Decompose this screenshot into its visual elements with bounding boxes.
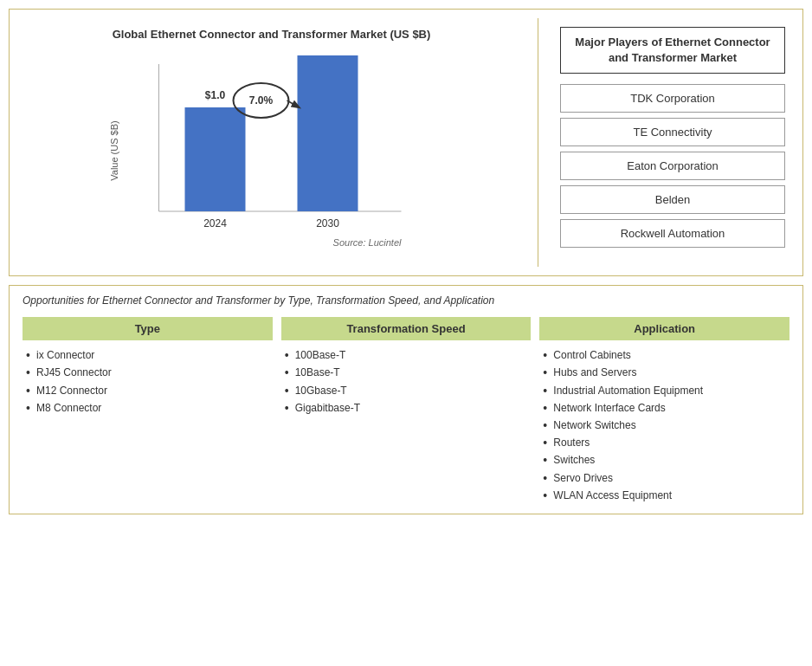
bar-2024 bbox=[185, 107, 246, 211]
list-item-text: WLAN Access Equipment bbox=[553, 488, 672, 503]
opportunities-title: Opportunities for Ethernet Connector and… bbox=[23, 294, 789, 307]
list-item: •WLAN Access Equipment bbox=[543, 488, 789, 503]
list-item-text: M12 Connector bbox=[36, 383, 107, 398]
list-item: •100Base-T bbox=[285, 347, 532, 363]
bullet-icon: • bbox=[543, 383, 550, 398]
list-item-text: Industrial Automation Equipment bbox=[553, 383, 703, 398]
bullet-icon: • bbox=[543, 400, 550, 416]
bar-2024-label: $1.0 bbox=[205, 89, 226, 101]
main-container: Global Ethernet Connector and Transforme… bbox=[9, 9, 803, 514]
bar-2030-year: 2030 bbox=[316, 217, 339, 230]
bar-2030 bbox=[298, 55, 358, 211]
column-header-0: Type bbox=[23, 317, 273, 340]
list-item: •Switches bbox=[543, 452, 789, 468]
bar-2024-year: 2024 bbox=[203, 217, 227, 230]
chart-title: Global Ethernet Connector and Transforme… bbox=[35, 27, 507, 42]
list-item: •M12 Connector bbox=[26, 383, 273, 398]
list-item: •M8 Connector bbox=[26, 400, 273, 416]
bullet-icon: • bbox=[543, 488, 550, 503]
list-item: •10Gbase-T bbox=[285, 383, 532, 398]
y-axis-label: Value (US $B) bbox=[109, 120, 119, 181]
list-item-text: Hubs and Servers bbox=[553, 365, 636, 380]
bullet-icon: • bbox=[543, 435, 550, 450]
bullet-icon: • bbox=[285, 383, 292, 398]
list-item-text: ix Connector bbox=[36, 347, 94, 363]
list-item: •Gigabitbase-T bbox=[285, 400, 532, 416]
opportunity-column-2: Application•Control Cabinets•Hubs and Se… bbox=[539, 317, 789, 505]
chart-source: Source: Lucintel bbox=[333, 237, 402, 248]
list-item-text: 10Gbase-T bbox=[295, 383, 347, 398]
list-item: •Servo Drives bbox=[543, 470, 789, 486]
list-item: •RJ45 Connector bbox=[26, 365, 273, 380]
vertical-divider bbox=[538, 18, 538, 267]
bar-chart: Value (US $B) $1.0 2024 $1.5 2030 7.0% bbox=[35, 55, 507, 255]
bullet-icon: • bbox=[285, 347, 292, 363]
list-item-text: Switches bbox=[553, 452, 595, 468]
columns-container: Type•ix Connector•RJ45 Connector•M12 Con… bbox=[23, 317, 789, 505]
list-item: •Routers bbox=[543, 435, 789, 450]
list-item: •Network Switches bbox=[543, 417, 789, 433]
column-items-0: •ix Connector•RJ45 Connector•M12 Connect… bbox=[23, 347, 273, 416]
list-item: •Control Cabinets bbox=[543, 347, 789, 363]
annotation-text: 7.0% bbox=[249, 94, 274, 107]
bullet-icon: • bbox=[26, 383, 33, 398]
player-item-4: Rockwell Automation bbox=[560, 219, 785, 248]
bullet-icon: • bbox=[285, 400, 292, 416]
players-area: Major Players of Ethernet Connector and … bbox=[551, 18, 794, 267]
bullet-icon: • bbox=[543, 452, 550, 468]
list-item: •ix Connector bbox=[26, 347, 273, 363]
bullet-icon: • bbox=[285, 365, 292, 380]
list-item-text: Servo Drives bbox=[553, 470, 613, 486]
column-items-2: •Control Cabinets•Hubs and Servers•Indus… bbox=[539, 347, 789, 503]
list-item: •Hubs and Servers bbox=[543, 365, 789, 380]
list-item: •Industrial Automation Equipment bbox=[543, 383, 789, 398]
player-item-2: Eaton Corporation bbox=[560, 152, 785, 180]
list-item-text: M8 Connector bbox=[36, 400, 101, 416]
bullet-icon: • bbox=[26, 400, 33, 416]
top-section: Global Ethernet Connector and Transforme… bbox=[9, 9, 803, 276]
chart-area: Global Ethernet Connector and Transforme… bbox=[18, 18, 525, 267]
bullet-icon: • bbox=[543, 347, 550, 363]
list-item-text: RJ45 Connector bbox=[36, 365, 112, 380]
player-item-3: Belden bbox=[560, 185, 785, 214]
column-items-1: •100Base-T•10Base-T•10Gbase-T•Gigabitbas… bbox=[281, 347, 532, 416]
opportunity-column-0: Type•ix Connector•RJ45 Connector•M12 Con… bbox=[23, 317, 273, 505]
list-item-text: Network Switches bbox=[553, 417, 635, 433]
player-item-0: TDK Corporation bbox=[560, 84, 785, 113]
players-list: TDK CorporationTE ConnectivityEaton Corp… bbox=[560, 84, 785, 248]
column-header-1: Transformation Speed bbox=[281, 317, 532, 340]
column-header-2: Application bbox=[539, 317, 789, 340]
list-item-text: Network Interface Cards bbox=[553, 400, 665, 416]
list-item-text: Routers bbox=[553, 435, 590, 450]
player-item-1: TE Connectivity bbox=[560, 118, 785, 146]
bullet-icon: • bbox=[26, 365, 33, 380]
list-item-text: 10Base-T bbox=[295, 365, 340, 380]
bullet-icon: • bbox=[26, 347, 33, 363]
list-item-text: 100Base-T bbox=[295, 347, 346, 363]
bullet-icon: • bbox=[543, 365, 550, 380]
list-item: •10Base-T bbox=[285, 365, 532, 380]
bottom-section: Opportunities for Ethernet Connector and… bbox=[9, 285, 803, 514]
bullet-icon: • bbox=[543, 417, 550, 433]
opportunity-column-1: Transformation Speed•100Base-T•10Base-T•… bbox=[281, 317, 532, 505]
players-title: Major Players of Ethernet Connector and … bbox=[560, 27, 785, 74]
bullet-icon: • bbox=[543, 470, 550, 486]
list-item-text: Control Cabinets bbox=[553, 347, 630, 363]
list-item-text: Gigabitbase-T bbox=[295, 400, 360, 416]
list-item: •Network Interface Cards bbox=[543, 400, 789, 416]
